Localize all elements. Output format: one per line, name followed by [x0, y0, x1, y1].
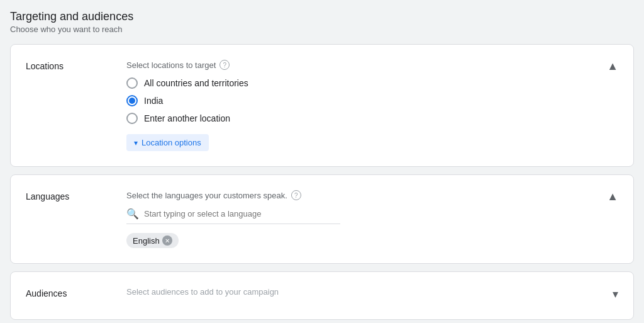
locations-help-icon[interactable]: ? — [219, 60, 230, 70]
radio-label-another: Enter another location — [144, 113, 230, 123]
radio-label-india: India — [144, 96, 163, 106]
language-tag-remove-english[interactable]: ✕ — [162, 235, 172, 246]
languages-card: Languages Select the languages your cust… — [10, 174, 634, 264]
language-search-input[interactable] — [144, 209, 340, 218]
radio-another-location[interactable]: Enter another location — [126, 113, 618, 124]
locations-label: Locations — [26, 60, 126, 71]
page-title: Targeting and audiences — [10, 10, 634, 23]
locations-description: Select locations to target ? — [126, 60, 618, 70]
language-tag-english: English ✕ — [126, 233, 179, 248]
location-options-button[interactable]: ▾ Location options — [126, 134, 209, 151]
locations-card: Locations Select locations to target ? A… — [10, 44, 634, 167]
language-tags: English ✕ — [126, 233, 618, 248]
audiences-card: Audiences Select audiences to add to you… — [10, 271, 634, 320]
radio-india[interactable]: India — [126, 95, 618, 106]
audiences-content: Select audiences to add to your campaign — [126, 287, 618, 304]
radio-label-all: All countries and territories — [144, 78, 248, 88]
languages-content: Select the languages your customers spea… — [126, 190, 618, 248]
page-subtitle: Choose who you want to reach — [10, 25, 634, 34]
languages-label: Languages — [26, 190, 126, 201]
chevron-down-icon: ▾ — [134, 139, 138, 147]
locations-section: Locations Select locations to target ? A… — [11, 45, 633, 166]
radio-circle-another — [126, 113, 138, 124]
language-search-box: 🔍 — [126, 208, 340, 224]
audiences-description: Select audiences to add to your campaign — [126, 287, 618, 297]
languages-toggle-icon[interactable]: ▲ — [607, 190, 618, 203]
audiences-section: Audiences Select audiences to add to you… — [11, 272, 633, 319]
page-header: Targeting and audiences Choose who you w… — [10, 10, 634, 34]
location-radio-group: All countries and territories India Ente… — [126, 77, 618, 124]
audiences-label: Audiences — [26, 287, 126, 298]
languages-help-icon[interactable]: ? — [291, 190, 301, 200]
language-tag-label: English — [133, 236, 160, 246]
audiences-toggle-icon[interactable]: ▾ — [613, 287, 618, 301]
search-icon: 🔍 — [126, 208, 139, 220]
languages-section: Languages Select the languages your cust… — [11, 175, 633, 263]
radio-circle-india — [126, 95, 138, 106]
locations-content: Select locations to target ? All countri… — [126, 60, 618, 151]
languages-description: Select the languages your customers spea… — [126, 190, 618, 200]
radio-circle-all — [126, 77, 138, 89]
radio-all-countries[interactable]: All countries and territories — [126, 77, 618, 89]
locations-toggle-icon[interactable]: ▲ — [607, 60, 618, 73]
